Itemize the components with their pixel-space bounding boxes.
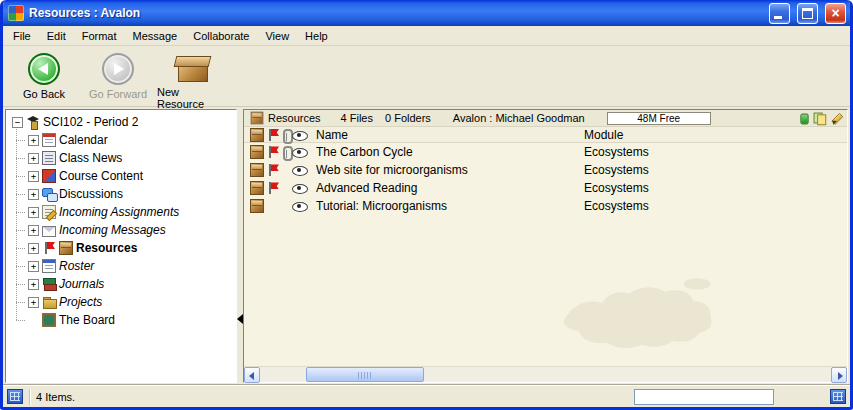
tree-item-the-board[interactable]: The Board bbox=[26, 311, 236, 329]
green-status-icon[interactable] bbox=[800, 113, 808, 124]
discussions-icon bbox=[42, 187, 56, 201]
statusbar-field[interactable] bbox=[634, 389, 774, 405]
title-bar: Resources : Avalon × bbox=[3, 0, 850, 26]
tree-expander-plus[interactable]: + bbox=[28, 189, 39, 200]
tree-root[interactable]: −SCI102 - Period 2 bbox=[10, 113, 236, 131]
cell-visibility bbox=[292, 145, 316, 160]
tree-expander-plus[interactable]: + bbox=[28, 171, 39, 182]
tree-item-journals[interactable]: +Journals bbox=[26, 275, 236, 293]
projects-icon bbox=[42, 295, 56, 309]
horizontal-scrollbar[interactable] bbox=[244, 366, 847, 382]
tree-item-label: Roster bbox=[59, 259, 94, 273]
file-row-tutorial-microorganisms[interactable]: Tutorial: MicroorganismsEcosystems bbox=[244, 197, 847, 215]
menu-item-file[interactable]: File bbox=[5, 28, 39, 44]
tree-expander-minus[interactable]: − bbox=[12, 117, 23, 128]
scrollbar-track[interactable] bbox=[260, 367, 831, 382]
column-module[interactable]: Module bbox=[584, 128, 847, 142]
menu-item-view[interactable]: View bbox=[257, 28, 297, 44]
minimize-button[interactable] bbox=[769, 3, 790, 24]
tree-item-label: Incoming Assignments bbox=[59, 205, 179, 219]
tree-expander-plus[interactable]: + bbox=[28, 261, 39, 272]
eye-icon bbox=[292, 163, 307, 177]
go-forward-button-label: Go Forward bbox=[89, 88, 147, 100]
pencil-icon[interactable] bbox=[830, 112, 843, 125]
scroll-left-button[interactable] bbox=[244, 367, 260, 383]
items-count: 4 Items. bbox=[36, 391, 75, 403]
column-header-row[interactable]: Name Module bbox=[244, 127, 847, 143]
file-row-advanced-reading[interactable]: Advanced ReadingEcosystems bbox=[244, 179, 847, 197]
cell-type bbox=[250, 181, 266, 196]
resources-header-bar: Resources 4 Files 0 Folders Avalon : Mic… bbox=[244, 110, 847, 127]
tree-expander-plus[interactable]: + bbox=[28, 279, 39, 290]
class-icon bbox=[26, 115, 40, 129]
cell-visibility bbox=[292, 163, 316, 178]
tree-expander-plus[interactable]: + bbox=[28, 135, 39, 146]
scroll-left-icon bbox=[249, 372, 254, 380]
scroll-right-icon bbox=[838, 372, 843, 380]
tree-expander-plus[interactable]: + bbox=[28, 225, 39, 236]
tree-item-roster[interactable]: +Roster bbox=[26, 257, 236, 275]
resource-box-icon bbox=[250, 181, 264, 195]
cell-visibility bbox=[292, 181, 316, 196]
scroll-right-button[interactable] bbox=[831, 367, 847, 383]
maximize-button[interactable] bbox=[797, 3, 818, 24]
map-watermark bbox=[545, 263, 735, 358]
column-type[interactable] bbox=[250, 127, 266, 142]
tree-item-incoming-messages[interactable]: +Incoming Messages bbox=[26, 221, 236, 239]
close-button[interactable]: × bbox=[825, 3, 846, 24]
files-count: 4 Files bbox=[341, 112, 373, 124]
tree-item-class-news[interactable]: +Class News bbox=[26, 149, 236, 167]
free-space-indicator: 48M Free bbox=[607, 112, 711, 125]
tree-item-label: Incoming Messages bbox=[59, 223, 166, 237]
statusbar-divider bbox=[29, 389, 30, 405]
messages-icon bbox=[42, 226, 56, 237]
news-icon bbox=[42, 151, 56, 165]
maximize-icon bbox=[802, 8, 813, 19]
menu-item-collaborate[interactable]: Collaborate bbox=[185, 28, 257, 44]
assignments-icon bbox=[42, 205, 56, 219]
new-resource-button[interactable]: New Resource bbox=[157, 51, 227, 110]
tree-item-calendar[interactable]: +Calendar bbox=[26, 131, 236, 149]
header-action-icons bbox=[800, 111, 843, 125]
tree-expander-plus[interactable]: + bbox=[28, 297, 39, 308]
tree-item-incoming-assignments[interactable]: +Incoming Assignments bbox=[26, 203, 236, 221]
panel-splitter[interactable] bbox=[237, 109, 243, 383]
file-module: Ecosystems bbox=[584, 145, 847, 159]
tree-item-course-content[interactable]: +Course Content bbox=[26, 167, 236, 185]
column-flag[interactable] bbox=[266, 127, 279, 142]
tree-item-discussions[interactable]: +Discussions bbox=[26, 185, 236, 203]
file-module: Ecosystems bbox=[584, 163, 847, 177]
tree-item-label: Journals bbox=[59, 277, 104, 291]
board-icon bbox=[42, 313, 56, 327]
tree-expander-plus[interactable]: + bbox=[28, 207, 39, 218]
go-back-button-label: Go Back bbox=[23, 88, 65, 100]
splitter-collapse-icon[interactable] bbox=[237, 314, 243, 324]
column-name[interactable]: Name bbox=[316, 128, 584, 142]
file-module: Ecosystems bbox=[584, 199, 847, 213]
status-view-icon[interactable] bbox=[7, 389, 23, 404]
menu-item-help[interactable]: Help bbox=[297, 28, 336, 44]
resource-box-icon bbox=[250, 163, 264, 177]
owner-label: Avalon : Michael Goodman bbox=[453, 112, 585, 124]
go-back-button[interactable]: Go Back bbox=[9, 51, 79, 100]
file-row-the-carbon-cycle[interactable]: The Carbon CycleEcosystems bbox=[244, 143, 847, 161]
menu-item-format[interactable]: Format bbox=[74, 28, 125, 44]
go-forward-button[interactable]: Go Forward bbox=[83, 51, 153, 100]
course-tree-panel: −SCI102 - Period 2+Calendar+Class News+C… bbox=[5, 109, 237, 383]
tree-children: +Calendar+Class News+Course Content+Disc… bbox=[26, 131, 236, 329]
notes-icon[interactable] bbox=[814, 112, 825, 125]
column-visibility[interactable] bbox=[292, 127, 316, 142]
menu-item-edit[interactable]: Edit bbox=[39, 28, 74, 44]
tree-item-projects[interactable]: +Projects bbox=[26, 293, 236, 311]
scrollbar-thumb[interactable] bbox=[306, 367, 424, 382]
tree-item-resources[interactable]: +Resources bbox=[26, 239, 236, 257]
menu-item-message[interactable]: Message bbox=[125, 28, 186, 44]
column-attachment[interactable] bbox=[279, 127, 292, 142]
file-list: The Carbon CycleEcosystemsWeb site for m… bbox=[244, 143, 847, 366]
statusbar-grid-icon[interactable] bbox=[830, 389, 846, 404]
file-name: Web site for microorganisms bbox=[316, 163, 584, 177]
file-row-web-site-for-microorganisms[interactable]: Web site for microorganismsEcosystems bbox=[244, 161, 847, 179]
tree-expander-plus[interactable]: + bbox=[28, 153, 39, 164]
tree-expander-plus[interactable]: + bbox=[28, 243, 39, 254]
eye-icon bbox=[292, 145, 307, 159]
